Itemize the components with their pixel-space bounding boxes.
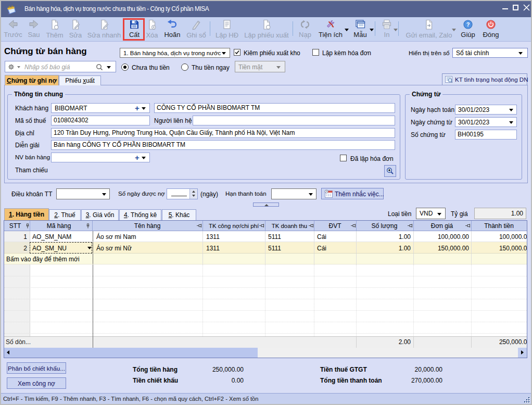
svg-text:?: ? [466,21,470,28]
